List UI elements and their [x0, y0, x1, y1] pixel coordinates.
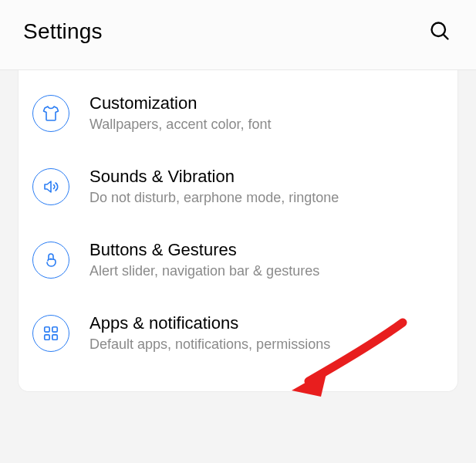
shirt-icon: [32, 95, 69, 132]
search-icon: [429, 20, 451, 44]
apps-grid-icon: [32, 315, 69, 352]
settings-item-text: Sounds & Vibration Do not disturb, earph…: [89, 167, 339, 206]
settings-item-sounds[interactable]: Sounds & Vibration Do not disturb, earph…: [19, 150, 457, 223]
settings-item-subtitle: Wallpapers, accent color, font: [89, 117, 271, 133]
settings-item-text: Customization Wallpapers, accent color, …: [89, 93, 271, 133]
svg-rect-3: [52, 326, 57, 331]
settings-item-subtitle: Do not disturb, earphone mode, ringtone: [89, 190, 339, 206]
settings-item-text: Apps & notifications Default apps, notif…: [89, 313, 330, 353]
settings-item-subtitle: Default apps, notifications, permissions: [89, 336, 330, 353]
search-button[interactable]: [427, 19, 453, 45]
header: Settings: [0, 0, 476, 70]
svg-rect-2: [45, 326, 49, 331]
settings-item-title: Buttons & Gestures: [89, 240, 319, 260]
settings-list: Customization Wallpapers, accent color, …: [18, 70, 458, 392]
settings-item-apps[interactable]: Apps & notifications Default apps, notif…: [19, 296, 457, 370]
settings-item-customization[interactable]: Customization Wallpapers, accent color, …: [19, 76, 457, 150]
settings-item-title: Sounds & Vibration: [89, 167, 339, 187]
settings-item-buttons[interactable]: Buttons & Gestures Alert slider, navigat…: [19, 223, 457, 296]
page-title: Settings: [23, 19, 103, 44]
settings-item-title: Customization: [89, 93, 271, 113]
svg-line-1: [444, 34, 448, 39]
settings-item-title: Apps & notifications: [89, 313, 330, 333]
svg-rect-5: [52, 334, 57, 339]
speaker-icon: [32, 168, 69, 205]
settings-item-subtitle: Alert slider, navigation bar & gestures: [89, 263, 319, 279]
settings-item-text: Buttons & Gestures Alert slider, navigat…: [89, 240, 319, 279]
svg-rect-4: [45, 334, 49, 339]
tap-icon: [32, 242, 69, 279]
